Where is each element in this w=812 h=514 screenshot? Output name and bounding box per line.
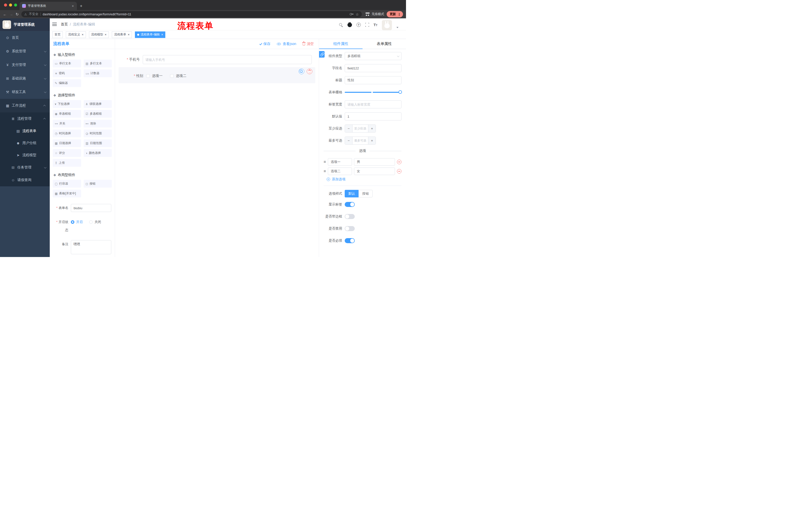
title-input[interactable] [345,76,402,84]
drag-handle-icon[interactable] [324,160,326,164]
palette-item-color-picker[interactable]: 颜色选择 [84,149,112,157]
close-icon[interactable] [82,33,84,36]
sidebar-item-infrastructure[interactable]: 基础设施 [0,72,50,85]
palette-item-rate[interactable]: 评分 [53,149,81,157]
palette-item-multi-line-text[interactable]: 多行文本 [84,60,112,67]
required-toggle[interactable] [345,238,355,243]
user-avatar[interactable] [382,20,392,30]
gender-option-1-checkbox[interactable]: 选项一 [146,74,163,78]
status-on-radio[interactable]: 开启 [71,220,83,224]
palette-item-single-line-text[interactable]: 单行文本 [53,60,81,67]
bookmark-star-icon[interactable] [355,12,359,16]
palette-item-upload[interactable]: 上传 [53,159,81,167]
tab-form-props[interactable]: 表单属性 [362,39,406,49]
option-1-label-input[interactable] [328,158,352,166]
status-off-radio[interactable]: 关闭 [89,220,101,224]
fullscreen-icon[interactable] [365,23,369,27]
password-manager-icon[interactable] [350,13,353,15]
min-select-placeholder[interactable]: 至少应选 [352,127,368,131]
style-default-button[interactable]: 默认 [345,190,358,197]
palette-item-date-picker[interactable]: 日期选择 [53,139,81,147]
palette-item-slider[interactable]: 滑块 [84,120,112,128]
palette-item-table[interactable]: 表格[开发中] [53,190,81,197]
palette-item-select[interactable]: 下拉选择 [53,100,81,108]
field-name-input[interactable] [345,64,402,72]
style-button-button[interactable]: 按钮 [358,190,373,197]
sidebar-item-payment-management[interactable]: 支付管理 [0,58,50,72]
minimize-window-button[interactable] [9,3,12,6]
tab-component-props[interactable]: 组件属性 [319,39,362,49]
sidebar-item-leave-query[interactable]: 请假查询 [0,174,50,186]
close-window-button[interactable] [4,3,7,6]
new-tab-button[interactable] [80,3,82,8]
update-browser-button[interactable]: 更新 [387,11,403,17]
phone-input[interactable] [143,55,312,64]
sidebar-item-home[interactable]: 首页 [0,31,50,45]
sidebar-item-task-management[interactable]: 任务管理 [0,161,50,174]
avatar-caret-icon[interactable] [397,27,399,28]
option-2-value-input[interactable] [354,167,395,175]
clear-button[interactable]: 清空 [303,42,314,46]
palette-item-password[interactable]: 密码 [53,70,81,77]
sidebar-item-process-model[interactable]: 流程模型 [0,149,50,161]
close-icon[interactable] [127,33,129,36]
increase-button[interactable] [368,137,376,144]
palette-item-time-picker[interactable]: 时间选择 [53,130,81,137]
tag-process-definition[interactable]: 流程定义 [66,31,86,38]
add-option-button[interactable]: 添加选项 [327,177,402,182]
url-text[interactable]: dashboard.yudao.iocoder.cn/bpm/manager/f… [43,12,131,16]
palette-item-counter[interactable]: 计数器 [84,70,112,77]
phone-field-row[interactable]: 手机号 [119,55,315,64]
browser-tab[interactable]: 芋道管理系统 [20,2,77,10]
palette-item-time-range[interactable]: 时间范围 [84,130,112,137]
grid-slider[interactable] [345,88,402,96]
close-icon[interactable] [161,33,163,36]
remove-option-button[interactable] [397,160,402,164]
tag-process-model[interactable]: 流程模型 [89,31,109,38]
sidebar-item-user-group[interactable]: 用户分组 [0,137,50,149]
border-toggle[interactable] [345,214,355,219]
increase-button[interactable] [368,125,376,132]
component-type-select[interactable]: 多选框组 [345,52,402,60]
remove-option-button[interactable] [397,169,402,173]
browser-menu-icon[interactable] [398,12,401,16]
sidebar-item-dev-tools[interactable]: 研发工具 [0,85,50,99]
breadcrumb-home[interactable]: 首页 [61,22,68,27]
save-button[interactable]: 保存 [260,42,270,46]
address-bar[interactable]: 不安全 dashboard.yudao.iocoder.cn/bpm/manag… [21,11,362,17]
form-remark-textarea[interactable]: 嘿嘿 [71,240,111,254]
slider-handle[interactable] [399,90,402,94]
back-button[interactable] [3,12,7,16]
github-icon[interactable] [347,23,352,27]
palette-item-editor[interactable]: 编辑器 [53,79,81,87]
forward-button[interactable] [9,12,13,16]
tab-close-icon[interactable] [71,4,75,8]
palette-item-row-container[interactable]: 行容器 [53,180,81,188]
copy-component-button[interactable] [299,69,304,74]
reload-button[interactable] [16,12,19,16]
palette-item-date-range[interactable]: 日期范围 [84,139,112,147]
palette-item-cascader[interactable]: 级联选择 [84,100,112,108]
search-icon[interactable] [339,23,343,27]
drag-handle-icon[interactable] [324,169,326,173]
zoom-window-button[interactable] [14,3,17,6]
label-width-input[interactable] [345,100,402,108]
tag-process-form-edit[interactable]: 流程表单-编辑 [135,31,166,38]
sidebar-item-process-form[interactable]: 流程表单 [0,125,50,137]
palette-item-switch[interactable]: 开关 [53,120,81,128]
view-json-button[interactable]: 查看json [277,42,296,46]
tag-home[interactable]: 首页 [52,31,63,38]
sidebar-logo[interactable]: 芋道管理系统 [0,18,50,31]
link-tag[interactable] [319,51,325,58]
disabled-toggle[interactable] [345,226,355,231]
tag-process-form[interactable]: 流程表单 [112,31,132,38]
form-name-input[interactable] [71,204,111,212]
decrease-button[interactable] [345,137,352,144]
close-icon[interactable] [105,33,107,36]
sidebar-item-workflow[interactable]: 工作流程 [0,99,50,112]
palette-item-radio-group[interactable]: 单选框组 [53,110,81,118]
help-icon[interactable] [356,23,361,27]
font-size-icon[interactable] [374,23,377,27]
palette-item-button[interactable]: 按钮 [84,180,112,188]
max-select-placeholder[interactable]: 最多可选 [352,139,368,143]
